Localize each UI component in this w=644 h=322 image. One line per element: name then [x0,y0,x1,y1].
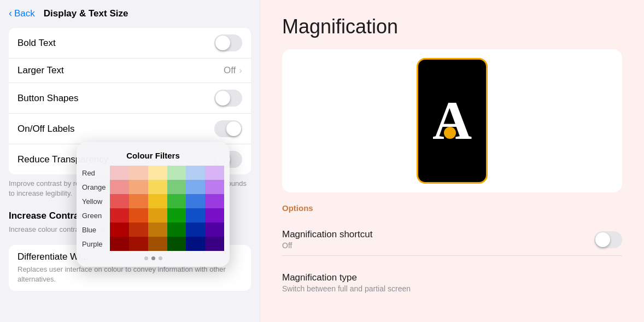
swatch-2-4[interactable] [186,194,205,208]
magnification-shortcut-toggle-container [594,231,622,248]
swatch-5-5[interactable] [205,237,224,251]
swatch-1-2[interactable] [148,180,167,194]
swatch-5-4[interactable] [186,237,205,251]
magnification-shortcut-toggle[interactable] [594,231,622,248]
magnification-shortcut-name: Magnification shortcut [282,229,372,240]
popup-title: Colour Filters [77,151,230,160]
bold-text-row[interactable]: Bold Text [9,28,251,58]
larger-text-right: Off › [224,65,242,76]
larger-text-label: Larger Text [17,65,64,76]
label-green: Green [82,208,106,223]
swatch-4-5[interactable] [205,223,224,237]
swatch-1-0[interactable] [110,180,129,194]
magnification-shortcut-info: Magnification shortcut Off [282,229,372,250]
button-shapes-toggle[interactable] [214,90,242,107]
page-title: Display & Text Size [44,8,128,19]
toggle-knob [226,121,241,136]
swatch-5-3[interactable] [167,237,186,251]
swatch-5-0[interactable] [110,237,129,251]
swatch-4-1[interactable] [129,223,148,237]
colour-filters-popup[interactable]: Colour Filters Red Orange Yellow Green B… [77,142,230,267]
swatch-1-5[interactable] [205,180,224,194]
larger-text-value: Off [224,65,236,76]
swatch-2-2[interactable] [148,194,167,208]
swatch-row-1 [110,180,224,194]
magnification-type-value: Switch between full and partial screen [282,284,411,293]
on-off-labels-label: On/Off Labels [17,124,75,134]
on-off-labels-row[interactable]: On/Off Labels [9,114,251,144]
swatch-0-5[interactable] [205,166,224,180]
swatch-5-1[interactable] [129,237,148,251]
button-shapes-label: Button Shapes [17,93,79,104]
magnification-title: Magnification [282,15,622,38]
button-shapes-row[interactable]: Button Shapes [9,83,251,114]
swatch-0-1[interactable] [129,166,148,180]
phone-letter: A [432,93,472,148]
swatch-3-5[interactable] [205,208,224,223]
swatch-row-2 [110,194,224,208]
swatch-3-3[interactable] [167,208,186,223]
bold-text-toggle[interactable] [214,34,242,51]
swatch-3-2[interactable] [148,208,167,223]
color-labels: Red Orange Yellow Green Blue Purple [82,166,106,251]
back-chevron-icon: ‹ [9,8,12,19]
nav-bar: ‹ Back Display & Text Size [0,0,260,24]
phone-frame: A [417,58,488,184]
swatch-3-1[interactable] [129,208,148,223]
dot-3 [159,256,162,260]
swatch-3-0[interactable] [110,208,129,223]
swatch-0-2[interactable] [148,166,167,180]
back-label: Back [14,8,35,19]
differentiate-body: Replaces user interface on colour to con… [17,265,242,284]
pagination-dots [77,256,230,260]
magnification-type-row[interactable]: Magnification type Switch between full a… [282,267,622,298]
color-swatches [110,166,224,251]
swatch-2-0[interactable] [110,194,129,208]
swatch-5-2[interactable] [148,237,167,251]
swatch-2-5[interactable] [205,194,224,208]
swatch-4-2[interactable] [148,223,167,237]
toggle-knob [215,36,230,50]
dot-2 [151,256,155,260]
swatch-0-4[interactable] [186,166,205,180]
label-blue: Blue [82,223,106,237]
on-off-labels-toggle[interactable] [214,120,242,137]
right-panel: Magnification A Options Magnification sh… [260,0,644,322]
swatch-4-4[interactable] [186,223,205,237]
dot-1 [144,256,148,260]
bold-text-label: Bold Text [17,38,56,49]
swatch-1-1[interactable] [129,180,148,194]
left-panel: ‹ Back Display & Text Size Bold Text Lar… [0,0,260,322]
phone-preview: A [282,49,622,192]
magnification-shortcut-row[interactable]: Magnification shortcut Off [282,224,622,256]
swatch-0-0[interactable] [110,166,129,180]
magnification-type-info: Magnification type Switch between full a… [282,272,411,293]
swatch-row-5 [110,237,224,251]
larger-text-row[interactable]: Larger Text Off › [9,58,251,83]
label-red: Red [82,166,106,180]
back-button[interactable]: ‹ Back [9,8,35,19]
magnification-shortcut-value: Off [282,241,372,250]
swatch-4-0[interactable] [110,223,129,237]
swatch-3-4[interactable] [186,208,205,223]
swatch-4-3[interactable] [167,223,186,237]
larger-text-chevron-icon: › [239,65,242,76]
swatch-row-3 [110,208,224,223]
swatch-1-3[interactable] [167,180,186,194]
swatch-row-0 [110,166,224,180]
swatch-1-4[interactable] [186,180,205,194]
toggle-knob [595,232,610,247]
label-purple: Purple [82,237,106,251]
label-orange: Orange [82,180,106,194]
swatch-0-3[interactable] [167,166,186,180]
label-yellow: Yellow [82,194,106,208]
swatch-2-3[interactable] [167,194,186,208]
toggle-knob [215,91,230,106]
color-grid: Red Orange Yellow Green Blue Purple [77,166,230,251]
magnification-type-name: Magnification type [282,272,411,283]
options-label: Options [282,203,622,213]
swatch-2-1[interactable] [129,194,148,208]
swatch-row-4 [110,223,224,237]
